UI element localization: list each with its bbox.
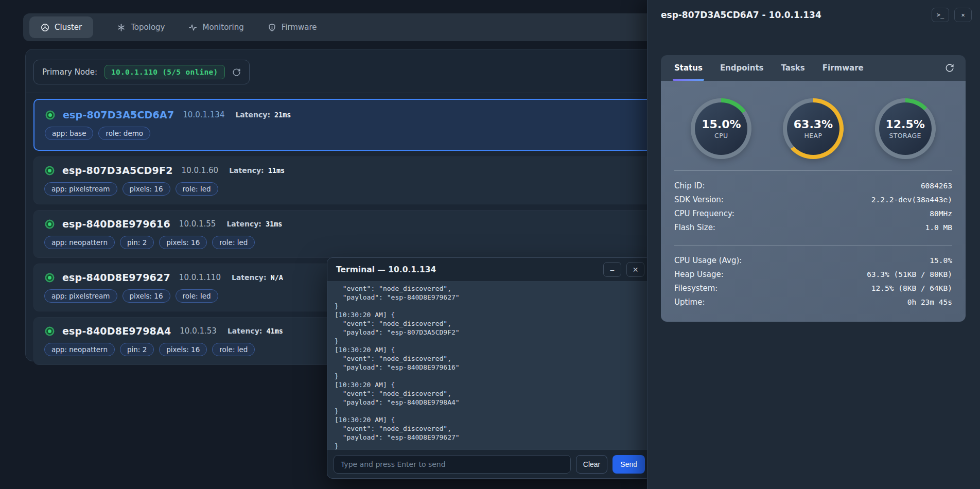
terminal-log-line: } (335, 302, 644, 310)
node-tag: pin: 2 (120, 236, 154, 249)
stat-value: 63.3% (51KB / 80KB) (867, 268, 952, 282)
detail-tabbar: Status Endpoints Tasks Firmware (661, 55, 966, 81)
gauge-ring: 63.3% HEAP (783, 98, 844, 159)
stat-row: Chip ID: 6084263 (674, 179, 952, 193)
gauge-label: HEAP (804, 132, 822, 139)
stat-value: 12.5% (8KB / 64KB) (871, 282, 952, 295)
latency-value: 41ms (266, 327, 283, 335)
node-ip: 10.0.1.110 (179, 273, 221, 282)
node-tag: role: led (212, 236, 255, 249)
node-tag: role: demo (98, 127, 150, 140)
stat-row: CPU Usage (Avg): 15.0% (674, 254, 952, 268)
gauge-label: STORAGE (889, 132, 921, 139)
terminal-log-line: "payload": "esp-840D8E979627" (335, 433, 644, 442)
latency-value: 21ms (274, 111, 291, 119)
latency-value: N/A (271, 273, 283, 282)
online-status-dot (46, 167, 53, 174)
latency-value: 31ms (266, 220, 283, 228)
node-tag: pixels: 16 (159, 343, 207, 356)
node-tag: pin: 2 (120, 343, 154, 356)
terminal-log-line: [10:30:20 AM] { (335, 415, 644, 424)
stat-row: SDK Version: 2.2.2-dev(38a443e) (674, 193, 952, 207)
online-status-dot (47, 112, 54, 118)
primary-node-label: Primary Node: (42, 67, 97, 77)
tab-label: Cluster (55, 23, 82, 32)
clear-button[interactable]: Clear (576, 455, 607, 474)
terminal-log-line: [10:30:20 AM] { (335, 310, 644, 319)
tab-topology[interactable]: Topology (117, 23, 165, 32)
cluster-icon (41, 23, 49, 32)
tab-monitoring[interactable]: Monitoring (188, 23, 243, 32)
latency-value: 11ms (268, 166, 285, 174)
terminal-log-line: "payload": "esp-840D8E979627" (335, 293, 644, 302)
tab-endpoints[interactable]: Endpoints (720, 55, 764, 81)
stat-value: 1.0 MB (925, 221, 952, 235)
latency-label: Latency: (232, 273, 267, 282)
open-terminal-button[interactable]: >_ (932, 8, 949, 22)
stat-value: 6084263 (921, 179, 952, 193)
stat-row: Heap Usage: 63.3% (51KB / 80KB) (674, 268, 952, 282)
terminal-log-line: "event": "node_discovered", (335, 389, 644, 398)
terminal-log-line: "payload": "esp-807D3A5CD9F2" (335, 328, 644, 337)
close-panel-button[interactable]: ✕ (954, 8, 972, 22)
terminal-log-line: [10:30:20 AM] { (335, 345, 644, 354)
primary-node-badge: 10.0.1.110 (5/5 online) (104, 65, 225, 79)
node-ip: 10.0.1.60 (182, 166, 219, 175)
terminal-log-line: [10:30:20 AM] { (335, 380, 644, 389)
node-tag: role: led (212, 343, 255, 356)
terminal-log-line: } (335, 337, 644, 345)
gauge-label: CPU (714, 132, 728, 139)
online-status-dot (46, 221, 53, 228)
terminal-icon: >_ (937, 11, 944, 19)
gauge-value: 12.5% (885, 118, 924, 131)
stat-label: CPU Usage (Avg): (674, 254, 742, 268)
refresh-icon (232, 68, 241, 77)
stat-value: 0h 23m 45s (907, 295, 952, 309)
divider (674, 245, 952, 246)
tab-tasks[interactable]: Tasks (781, 55, 805, 81)
latency-label: Latency: (226, 220, 261, 228)
terminal-log-line: "payload": "esp-840D8E9798A4" (335, 398, 644, 407)
node-tag: pixels: 16 (122, 182, 170, 196)
gauge-ring: 15.0% CPU (691, 98, 751, 159)
status-card-body: 15.0% CPU 63.3% HEAP 12.5% (661, 81, 966, 322)
tab-cluster[interactable]: Cluster (29, 16, 93, 38)
tab-firmware[interactable]: Firmware (268, 23, 317, 32)
node-tag: role: led (176, 289, 218, 303)
terminal-titlebar[interactable]: Terminal — 10.0.1.134 – ✕ (327, 258, 651, 282)
terminal-log[interactable]: "event": "node_discovered", "payload": "… (327, 282, 651, 449)
gauges-row: 15.0% CPU 63.3% HEAP 12.5% (674, 93, 952, 160)
minimize-icon: – (610, 266, 615, 273)
gauge-face: 63.3% HEAP (787, 102, 839, 155)
terminal-log-line: "event": "node_discovered", (335, 354, 644, 363)
topology-icon (117, 23, 126, 32)
node-name: esp-807D3A5CD9F2 (62, 165, 173, 176)
detail-panel-header: esp-807D3A5CD6A7 - 10.0.1.134 >_ ✕ (647, 0, 980, 30)
tab-firmware[interactable]: Firmware (822, 55, 864, 81)
send-button[interactable]: Send (612, 455, 645, 474)
terminal-log-line: } (335, 442, 644, 449)
minimize-button[interactable]: – (603, 262, 621, 277)
node-name: esp-840D8E979616 (62, 218, 170, 230)
node-ip: 10.0.1.53 (180, 326, 217, 336)
tab-label: Firmware (282, 23, 317, 32)
stat-value: 15.0% (930, 254, 952, 268)
node-tag: role: led (176, 182, 218, 196)
terminal-log-line: } (335, 372, 644, 380)
stat-row: Uptime: 0h 23m 45s (674, 295, 952, 309)
tab-label: Monitoring (202, 23, 243, 32)
tab-status[interactable]: Status (674, 55, 703, 81)
node-tag: pixels: 16 (122, 289, 170, 303)
refresh-status-button[interactable] (945, 63, 954, 73)
terminal-command-input[interactable] (334, 455, 571, 474)
monitoring-icon (188, 23, 197, 32)
close-button[interactable]: ✕ (626, 262, 644, 277)
refresh-nodes-button[interactable] (232, 68, 241, 77)
node-tag: app: pixelstream (44, 289, 117, 303)
firmware-icon (268, 23, 276, 32)
node-ip: 10.0.1.55 (179, 219, 216, 229)
stat-label: SDK Version: (674, 193, 724, 207)
gauge: 63.3% HEAP (783, 98, 844, 159)
gauge-value: 63.3% (794, 118, 833, 131)
gauge-value: 15.0% (702, 118, 741, 131)
